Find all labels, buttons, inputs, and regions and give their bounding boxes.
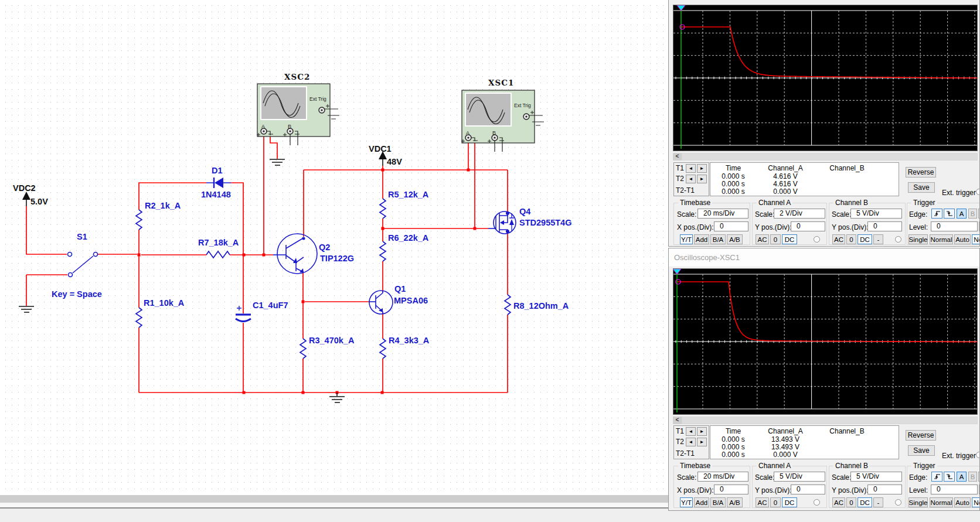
- switch-s1[interactable]: [68, 253, 98, 277]
- t1-right-button[interactable]: ►: [697, 164, 707, 173]
- channel-a-scale-input[interactable]: 2 V/Div: [774, 209, 825, 219]
- reverse-button[interactable]: Reverse: [906, 167, 936, 178]
- save-button[interactable]: Save: [908, 182, 935, 193]
- trigger-b-button[interactable]: B: [968, 472, 977, 482]
- channel-b-radio[interactable]: [895, 499, 901, 506]
- t2-right-button[interactable]: ►: [697, 175, 707, 183]
- scroll-left-button[interactable]: <: [673, 417, 682, 424]
- channel-a-radio[interactable]: [814, 499, 820, 506]
- single-button[interactable]: Single: [908, 234, 928, 244]
- resistor-r2[interactable]: [136, 210, 142, 230]
- rising-edge-button[interactable]: [931, 472, 942, 482]
- channel-b-ypos-input[interactable]: 0: [867, 221, 902, 231]
- resistor-r8[interactable]: [505, 295, 511, 315]
- ac-button[interactable]: AC: [756, 497, 769, 507]
- normal-button[interactable]: Normal: [930, 234, 953, 244]
- auto-button[interactable]: Auto: [954, 497, 971, 507]
- resistor-r5[interactable]: [380, 199, 386, 219]
- ext-trigger-radio[interactable]: [976, 189, 980, 195]
- label-r6[interactable]: R6_22k_A: [388, 233, 429, 243]
- add-button[interactable]: Add: [694, 497, 709, 507]
- none-button[interactable]: None: [972, 497, 980, 507]
- label-r8[interactable]: R8_12Ohm_A: [513, 301, 569, 311]
- label-s1[interactable]: S1: [77, 232, 87, 241]
- label-vdc1-value[interactable]: 48V: [387, 157, 402, 166]
- oscilloscope-icon-xsc1[interactable]: Ext Trig A B: [461, 90, 544, 152]
- ab-button[interactable]: A/B: [727, 497, 743, 507]
- scroll-left-button[interactable]: <: [673, 153, 682, 161]
- ac-button[interactable]: AC: [756, 234, 769, 244]
- trigger-level-input[interactable]: 0: [931, 485, 978, 494]
- channel-a-ypos-input[interactable]: 0: [791, 221, 825, 231]
- resistor-r6[interactable]: [380, 241, 386, 261]
- channel-a-scale-input[interactable]: 5 V/Div: [774, 472, 825, 482]
- t1-left-button[interactable]: ◄: [686, 427, 696, 436]
- zero-button[interactable]: 0: [846, 497, 856, 507]
- minus-button[interactable]: -: [873, 234, 883, 244]
- timebase-scale-input[interactable]: 20 ms/Div: [697, 209, 748, 219]
- vdc2-source[interactable]: [22, 192, 30, 206]
- label-c1[interactable]: C1_4uF7: [253, 301, 288, 310]
- channel-a-radio[interactable]: [814, 236, 820, 243]
- label-q1[interactable]: Q1: [394, 284, 406, 294]
- t2-left-button[interactable]: ◄: [686, 175, 696, 183]
- label-vdc2[interactable]: VDC2: [13, 183, 36, 193]
- t2-right-button[interactable]: ►: [697, 438, 707, 446]
- label-xsc1[interactable]: XSC1: [488, 78, 514, 87]
- yt-button[interactable]: Y/T: [680, 497, 693, 507]
- label-r5[interactable]: R5_12k_A: [388, 190, 429, 199]
- label-q4[interactable]: Q4: [519, 207, 530, 216]
- yt-button[interactable]: Y/T: [680, 234, 693, 244]
- timebase-xpos-input[interactable]: 0: [714, 221, 748, 231]
- timebase-xpos-input[interactable]: 0: [714, 485, 748, 494]
- ba-button[interactable]: B/A: [710, 234, 726, 244]
- ac-button[interactable]: AC: [832, 234, 845, 244]
- scope-screen[interactable]: [673, 5, 978, 151]
- falling-edge-button[interactable]: [944, 472, 955, 482]
- resistor-r3[interactable]: [300, 339, 306, 359]
- channel-b-scale-input[interactable]: 5 V/Div: [850, 472, 902, 482]
- trigger-a-button[interactable]: A: [957, 209, 967, 219]
- resistor-r7[interactable]: [206, 251, 230, 258]
- dc-button[interactable]: DC: [782, 234, 797, 244]
- label-q1-part[interactable]: MPSA06: [394, 296, 428, 305]
- zero-button[interactable]: 0: [770, 497, 781, 507]
- resistor-r4[interactable]: [380, 339, 386, 359]
- ground-symbols[interactable]: [19, 159, 345, 402]
- reverse-button[interactable]: Reverse: [906, 430, 936, 441]
- channel-b-ypos-input[interactable]: 0: [867, 485, 902, 494]
- label-vdc2-value[interactable]: 5.0V: [30, 197, 48, 206]
- scope-screen[interactable]: [673, 268, 978, 415]
- ab-button[interactable]: A/B: [727, 234, 743, 244]
- oscilloscope-icon-xsc2[interactable]: Ext Trig A B: [257, 84, 339, 145]
- rising-edge-button[interactable]: [931, 209, 942, 219]
- scope-scrollbar[interactable]: <: [673, 153, 978, 161]
- normal-button[interactable]: Normal: [930, 497, 953, 507]
- label-s1-key[interactable]: Key = Space: [52, 289, 102, 299]
- label-q2-part[interactable]: TIP122G: [320, 254, 354, 263]
- trigger-a-button[interactable]: A: [957, 472, 967, 482]
- none-button[interactable]: None: [972, 234, 980, 244]
- channel-b-radio[interactable]: [895, 236, 901, 243]
- transistor-q4[interactable]: [488, 211, 516, 234]
- ext-trigger-radio[interactable]: [976, 452, 980, 458]
- label-r2[interactable]: R2_1k_A: [145, 201, 181, 210]
- label-r7[interactable]: R7_18k_A: [198, 238, 239, 247]
- label-r3[interactable]: R3_470k_A: [309, 336, 355, 345]
- window-titlebar[interactable]: Oscilloscope-XSC1: [669, 248, 980, 267]
- t1-right-button[interactable]: ►: [697, 427, 707, 436]
- save-button[interactable]: Save: [908, 445, 935, 456]
- diode-d1[interactable]: [206, 178, 231, 188]
- trigger-level-input[interactable]: 0: [931, 221, 978, 231]
- dc-button[interactable]: DC: [858, 497, 872, 507]
- scope-scrollbar[interactable]: <: [673, 417, 978, 424]
- minus-button[interactable]: -: [873, 497, 883, 507]
- channel-b-scale-input[interactable]: 5 V/Div: [850, 209, 902, 219]
- t1-left-button[interactable]: ◄: [686, 164, 696, 173]
- label-vdc1[interactable]: VDC1: [369, 144, 392, 153]
- label-r1[interactable]: R1_10k_A: [144, 298, 185, 308]
- zero-button[interactable]: 0: [770, 234, 781, 244]
- ac-button[interactable]: AC: [832, 497, 845, 507]
- ba-button[interactable]: B/A: [710, 497, 726, 507]
- trigger-b-button[interactable]: B: [968, 209, 977, 219]
